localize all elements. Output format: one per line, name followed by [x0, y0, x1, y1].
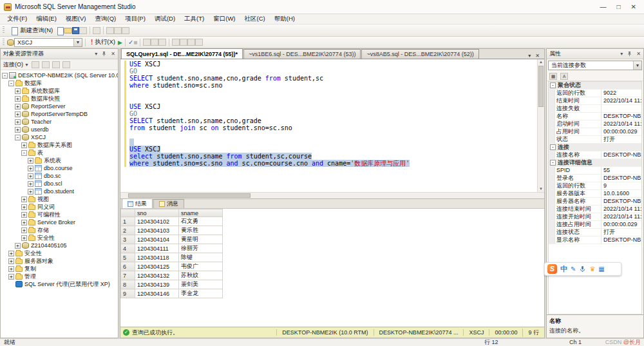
tree-item[interactable]: +数据库快照: [1, 95, 118, 102]
expand-icon[interactable]: -: [8, 81, 14, 86]
result-cell[interactable]: 苏秋妏: [179, 271, 223, 280]
tree-item[interactable]: +数据库关系图: [1, 141, 118, 149]
tree-item[interactable]: +可编程性: [1, 211, 118, 218]
expand-icon[interactable]: +: [28, 158, 33, 164]
open-folder-icon[interactable]: [64, 28, 72, 34]
parse-icon[interactable]: ✓: [128, 39, 133, 46]
menu-item-5[interactable]: 项目(P): [120, 15, 150, 23]
tab-messages[interactable]: 消息: [153, 199, 184, 208]
property-row[interactable]: 连接状态打开: [549, 229, 641, 236]
expand-icon[interactable]: +: [15, 104, 21, 110]
crown-icon[interactable]: ♛: [589, 265, 595, 273]
pen-icon[interactable]: ✎: [571, 266, 576, 273]
tree-item[interactable]: +系统表: [1, 157, 118, 164]
property-row[interactable]: 显示名称DESKTOP-NB: [549, 236, 641, 244]
property-row[interactable]: 占用时间00:00:00.029: [549, 128, 641, 136]
code-line[interactable]: USE XSCJ: [129, 61, 537, 68]
row-number-cell[interactable]: 1: [121, 217, 135, 226]
tree-item[interactable]: +管理: [1, 273, 118, 280]
result-cell[interactable]: 1204304146: [135, 289, 179, 298]
expand-icon[interactable]: -: [2, 73, 8, 79]
tree-item[interactable]: +dbo.scl: [1, 180, 118, 187]
expand-icon[interactable]: +: [28, 166, 33, 171]
tree-item[interactable]: +安全性: [1, 249, 118, 257]
expand-icon[interactable]: +: [15, 111, 21, 117]
code-line[interactable]: SELECT student.sno,sname,cno,grade from …: [129, 75, 537, 82]
result-cell[interactable]: 黄乐胜: [179, 226, 223, 235]
scroll-down-icon[interactable]: ▼: [538, 186, 544, 192]
tree-item[interactable]: +Service Broker: [1, 218, 118, 226]
expand-icon[interactable]: +: [28, 189, 33, 195]
property-row[interactable]: 服务器版本10.0.1600: [549, 190, 641, 198]
code-area[interactable]: USE XSCJGOSELECT student.sno,sname,cno,g…: [129, 59, 537, 192]
activity-monitor-icon[interactable]: [106, 27, 114, 34]
comment-icon[interactable]: [172, 39, 180, 46]
tree-item[interactable]: +同义词: [1, 203, 118, 211]
code-line[interactable]: GO: [129, 110, 537, 117]
row-number-cell[interactable]: 8: [121, 280, 135, 289]
result-cell[interactable]: 李金龙: [179, 289, 223, 298]
expand-icon[interactable]: +: [15, 88, 21, 94]
expand-icon[interactable]: +: [28, 173, 33, 179]
expand-icon[interactable]: +: [28, 181, 33, 187]
result-cell[interactable]: 黄星明: [179, 235, 223, 244]
tree-item[interactable]: +Teacher: [1, 118, 118, 126]
expand-icon[interactable]: +: [21, 142, 27, 148]
row-number-cell[interactable]: 2: [121, 226, 135, 235]
tab-results[interactable]: 结果: [122, 198, 153, 208]
result-cell[interactable]: 1204304111: [135, 244, 179, 253]
filter-icon[interactable]: [62, 61, 70, 68]
document-tab-1[interactable]: SQLQuery1.sql - DE...ME2IK\20774 (55))*: [121, 48, 243, 59]
code-line[interactable]: from student join sc on student.sno=sc.s…: [129, 124, 537, 131]
tree-item[interactable]: +系统数据库: [1, 87, 118, 95]
result-cell[interactable]: 1204304132: [135, 271, 179, 280]
tree-item[interactable]: -DESKTOP-NBME2IK (SQL Server 10.0.160: [1, 72, 118, 79]
property-category[interactable]: -聚合状态: [549, 82, 641, 90]
row-number-cell[interactable]: 9: [121, 289, 135, 298]
print-icon[interactable]: [93, 27, 100, 34]
code-line[interactable]: SELECT student.sno,sname,cno,grade: [129, 117, 537, 124]
tree-item[interactable]: +服务器对象: [1, 257, 118, 265]
property-row[interactable]: 连接占用时间00:00:00.029: [549, 221, 641, 229]
expand-icon[interactable]: +: [21, 227, 27, 233]
results-corner-cell[interactable]: [121, 209, 135, 217]
registered-servers-icon[interactable]: [114, 27, 122, 34]
tab-list-dropdown-icon[interactable]: ▾: [528, 53, 531, 59]
menu-item-8[interactable]: 窗口(W): [209, 15, 240, 23]
code-line[interactable]: [129, 139, 537, 146]
tree-item[interactable]: +复制: [1, 265, 118, 273]
outdent-icon[interactable]: [195, 39, 203, 46]
expand-icon[interactable]: +: [8, 274, 14, 280]
refresh-icon[interactable]: [52, 61, 60, 68]
column-header-sname[interactable]: sname: [179, 209, 223, 217]
code-line[interactable]: GO: [129, 68, 537, 75]
result-cell[interactable]: 1204304125: [135, 262, 179, 271]
property-category[interactable]: -连接: [549, 144, 641, 151]
tree-item[interactable]: +ReportServerTempDB: [1, 110, 118, 118]
expand-icon[interactable]: -: [15, 135, 21, 140]
property-row[interactable]: 登录名DESKTOP-NB: [549, 175, 641, 182]
connect-button[interactable]: 连接(O) ▼: [3, 61, 29, 69]
property-row[interactable]: 返回的行数9: [549, 182, 641, 190]
alphabetical-icon[interactable]: A: [560, 73, 568, 80]
expand-icon[interactable]: -: [21, 150, 27, 156]
row-number-cell[interactable]: 7: [121, 271, 135, 280]
editor-horizontal-scrollbar[interactable]: [120, 192, 544, 198]
template-explorer-icon[interactable]: [122, 27, 129, 34]
mic-icon[interactable]: [579, 265, 586, 273]
editor-vertical-scrollbar[interactable]: ▲ ▼: [537, 59, 544, 192]
code-line[interactable]: where student.sno=sc.sno and sc.cno=cour…: [129, 160, 537, 167]
tree-item[interactable]: -表: [1, 149, 118, 157]
maximize-button[interactable]: □: [617, 3, 621, 10]
disconnect-icon[interactable]: [32, 61, 39, 68]
property-row[interactable]: 连接开始时间2022/10/14 11:32:0: [549, 213, 641, 221]
result-cell[interactable]: 韦俊广: [179, 262, 223, 271]
tree-item[interactable]: SQL Server 代理(已禁用代理 XP): [1, 280, 118, 288]
query-editor[interactable]: USE XSCJGOSELECT student.sno,sname,cno,g…: [120, 59, 544, 199]
chevron-down-icon[interactable]: ▼: [633, 61, 641, 70]
expand-icon[interactable]: +: [15, 119, 21, 125]
row-number-cell[interactable]: 6: [121, 262, 135, 271]
tree-item[interactable]: +ReportServer: [1, 102, 118, 110]
result-cell[interactable]: 1204304103: [135, 226, 179, 235]
expand-icon[interactable]: +: [15, 127, 21, 133]
